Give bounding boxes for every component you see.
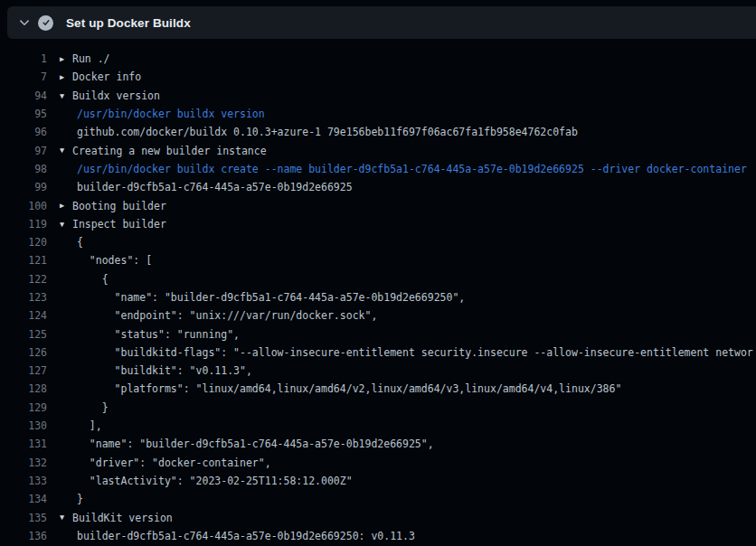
- line-number[interactable]: 99: [0, 181, 47, 193]
- line-number[interactable]: 98: [0, 163, 47, 175]
- log-text: "endpoint": "unix:///var/run/docker.sock…: [72, 309, 377, 322]
- log-text: {: [72, 273, 109, 286]
- log-command-text: /usr/bin/docker buildx version: [72, 108, 265, 120]
- log-line: 120{: [0, 233, 756, 251]
- log-text: "status": "running",: [72, 328, 240, 341]
- line-number[interactable]: 100: [0, 200, 47, 212]
- log-text: Inspect builder: [72, 218, 166, 231]
- line-number[interactable]: 96: [0, 126, 47, 138]
- log-group-row[interactable]: 7▶Docker info: [0, 68, 756, 86]
- log-line: 121 "nodes": [: [0, 251, 756, 269]
- line-number[interactable]: 122: [0, 273, 47, 286]
- line-number[interactable]: 130: [0, 419, 47, 432]
- line-number[interactable]: 1: [0, 52, 47, 65]
- triangle-down-icon: ▼: [60, 87, 72, 105]
- log-text: BuildKit version: [72, 512, 173, 524]
- log-text: }: [72, 493, 83, 505]
- log-text: "platforms": "linux/amd64,linux/amd64/v2…: [72, 382, 621, 395]
- log-line: 132 "driver": "docker-container",: [0, 454, 756, 472]
- log-line: 124 "endpoint": "unix:///var/run/docker.…: [0, 306, 756, 325]
- triangle-down-icon: ▼: [60, 141, 72, 159]
- log-text: "buildkit": "v0.11.3",: [72, 364, 252, 377]
- log-text: }: [72, 401, 109, 414]
- line-number[interactable]: 131: [0, 438, 47, 450]
- triangle-down-icon: ▼: [60, 508, 72, 526]
- line-number[interactable]: 136: [0, 530, 47, 542]
- log-line: 127 "buildkit": "v0.11.3",: [0, 362, 756, 380]
- log-line: 122 {: [0, 270, 756, 288]
- log-line: 133 "lastActivity": "2023-02-25T11:58:12…: [0, 472, 756, 490]
- line-number[interactable]: 129: [0, 401, 47, 414]
- log-group-row[interactable]: 94▼Buildx version: [0, 87, 756, 105]
- log-text: "buildkitd-flags": "--allow-insecure-ent…: [72, 346, 753, 359]
- line-number[interactable]: 125: [0, 328, 47, 341]
- log-text: "lastActivity": "2023-02-25T11:58:12.000…: [72, 475, 353, 487]
- line-number[interactable]: 7: [0, 71, 47, 83]
- log-text: "nodes": [: [72, 254, 152, 267]
- log-line: 123 "name": "builder-d9cfb5a1-c764-445a-…: [0, 288, 756, 306]
- log-command-text: /usr/bin/docker buildx create --name bui…: [72, 163, 747, 175]
- line-number[interactable]: 133: [0, 475, 47, 487]
- log-line: 130 ],: [0, 417, 756, 435]
- triangle-right-icon: ▶: [60, 50, 72, 68]
- log-line: 128 "platforms": "linux/amd64,linux/amd6…: [0, 380, 756, 398]
- line-number[interactable]: 94: [0, 89, 47, 102]
- log-text: Creating a new builder instance: [72, 145, 267, 157]
- log-lines: 1▶Run ./7▶Docker info94▼Buildx version95…: [0, 39, 756, 546]
- log-line: 95/usr/bin/docker buildx version: [0, 105, 756, 123]
- log-line: 96github.com/docker/buildx 0.10.3+azure-…: [0, 123, 756, 141]
- log-text: "name": "builder-d9cfb5a1-c764-445a-a57e…: [72, 291, 465, 304]
- line-number[interactable]: 120: [0, 236, 47, 249]
- log-line: 99builder-d9cfb5a1-c764-445a-a57e-0b19d2…: [0, 178, 756, 196]
- log-text: Run ./: [72, 52, 110, 65]
- log-text: builder-d9cfb5a1-c764-445a-a57e-0b19d2e6…: [72, 181, 353, 193]
- line-number[interactable]: 97: [0, 145, 47, 157]
- step-header[interactable]: Set up Docker Buildx: [7, 6, 756, 39]
- log-group-row[interactable]: 97▼Creating a new builder instance: [0, 141, 756, 159]
- log-text: "driver": "docker-container",: [72, 457, 271, 469]
- line-number[interactable]: 132: [0, 457, 47, 469]
- log-group-row[interactable]: 100▶Booting builder: [0, 196, 756, 214]
- log-text: builder-d9cfb5a1-c764-445a-a57e-0b19d2e6…: [72, 530, 415, 542]
- log-line: 126 "buildkitd-flags": "--allow-insecure…: [0, 344, 756, 362]
- log-line: 136builder-d9cfb5a1-c764-445a-a57e-0b19d…: [0, 527, 756, 545]
- log-text: Buildx version: [72, 89, 160, 102]
- log-text: "name": "builder-d9cfb5a1-c764-445a-a57e…: [72, 438, 434, 450]
- step-title: Set up Docker Buildx: [66, 16, 191, 30]
- line-number[interactable]: 121: [0, 254, 47, 267]
- line-number[interactable]: 135: [0, 512, 47, 524]
- log-group-row[interactable]: 1▶Run ./: [0, 50, 756, 68]
- log-line: 125 "status": "running",: [0, 325, 756, 343]
- line-number[interactable]: 95: [0, 108, 47, 120]
- triangle-down-icon: ▼: [60, 215, 72, 233]
- line-number[interactable]: 124: [0, 309, 47, 322]
- log-group-row[interactable]: 135▼BuildKit version: [0, 508, 756, 526]
- line-number[interactable]: 128: [0, 382, 47, 395]
- log-line: 131 "name": "builder-d9cfb5a1-c764-445a-…: [0, 435, 756, 453]
- line-number[interactable]: 127: [0, 364, 47, 377]
- log-line: 129 }: [0, 399, 756, 417]
- log-line: 98/usr/bin/docker buildx create --name b…: [0, 160, 756, 178]
- log-text: github.com/docker/buildx 0.10.3+azure-1 …: [72, 126, 578, 138]
- chevron-down-icon[interactable]: [11, 17, 38, 28]
- log-text: Docker info: [72, 71, 141, 83]
- line-number[interactable]: 134: [0, 493, 47, 505]
- log-group-row[interactable]: 119▼Inspect builder: [0, 215, 756, 233]
- log-text: ],: [72, 419, 102, 432]
- line-number[interactable]: 126: [0, 346, 47, 359]
- status-check-icon: [38, 15, 53, 31]
- triangle-right-icon: ▶: [60, 68, 72, 86]
- triangle-right-icon: ▶: [60, 196, 72, 214]
- line-number[interactable]: 119: [0, 218, 47, 231]
- log-line: 134}: [0, 490, 756, 508]
- log-text: Booting builder: [72, 200, 166, 212]
- log-text: {: [72, 236, 83, 249]
- line-number[interactable]: 123: [0, 291, 47, 304]
